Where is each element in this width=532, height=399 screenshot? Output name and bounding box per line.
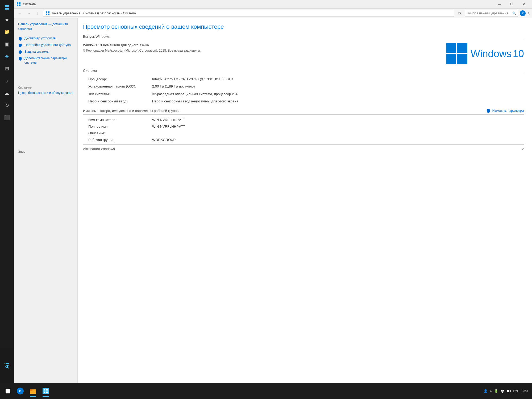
workgroup-row: Рабочая группа: WORKGROUP — [83, 138, 524, 142]
start-icon-left[interactable] — [2, 2, 12, 13]
breadcrumb-part3[interactable]: Система — [123, 11, 136, 15]
sidebar-item-protection[interactable]: Защита системы — [14, 49, 77, 55]
breadcrumb-part2[interactable]: Система и безопасность — [83, 11, 120, 15]
app1-icon[interactable]: ▣ — [2, 39, 12, 49]
cloud-icon[interactable]: ☁ — [2, 88, 12, 98]
svg-rect-7 — [19, 5, 20, 6]
workgroup-value: WORKGROUP — [152, 138, 524, 142]
breadcrumb-sep2: › — [121, 11, 122, 15]
sidebar-item-device-manager-label: Диспетчер устройств — [24, 36, 56, 41]
search-box: 🔍 — [465, 10, 518, 17]
music-icon[interactable]: ♪ — [2, 76, 12, 86]
win10-text: 10 — [513, 48, 524, 59]
description-row: Описание: — [83, 131, 524, 135]
full-name-label: Полное имя: — [88, 124, 152, 128]
up-button[interactable]: ↑ — [34, 10, 41, 17]
taskbar-volume[interactable] — [507, 389, 511, 393]
svg-point-29 — [502, 392, 503, 393]
main-panel: Просмотр основных сведений о вашем компь… — [78, 18, 532, 383]
workgroup-label: Рабочая группа: — [88, 138, 152, 142]
taskbar-time[interactable]: 23:0 — [522, 389, 528, 393]
arrow-icon[interactable]: ↻ — [2, 100, 12, 111]
help-button[interactable]: ? — [520, 10, 526, 16]
taskbar-network[interactable] — [500, 389, 505, 393]
activation-section: Активация Windows ∨ — [83, 144, 524, 151]
svg-rect-19 — [8, 391, 10, 393]
taskbar-edge[interactable]: e — [14, 385, 27, 397]
svg-rect-12 — [446, 43, 456, 53]
taskbar-battery[interactable]: 🔋 — [494, 389, 498, 393]
app3-icon[interactable]: ⊞ — [2, 63, 12, 74]
expand-button[interactable]: ∧ — [527, 11, 530, 15]
pen-value: Перо и сенсорный ввод недоступны для это… — [152, 99, 524, 103]
svg-rect-5 — [19, 2, 20, 4]
processor-label: Процессор: — [88, 77, 152, 81]
minimize-button[interactable]: — — [493, 0, 505, 9]
titlebar: Система — ☐ ✕ — [14, 0, 532, 9]
taskbar: e 👤 ∧ 🔋 — [0, 383, 532, 399]
app2-icon[interactable]: ◈ — [2, 51, 12, 62]
start-button[interactable] — [2, 385, 14, 397]
sidebar-item-protection-label: Защита системы — [24, 50, 49, 54]
window-title: Система — [23, 2, 493, 6]
svg-rect-28 — [46, 392, 48, 393]
svg-rect-6 — [17, 5, 18, 6]
close-button[interactable]: ✕ — [518, 0, 530, 9]
folder-icon-left[interactable]: 📁 — [2, 27, 12, 37]
win-info: Windows 10 Домашняя для одного языка © К… — [83, 43, 441, 53]
svg-marker-30 — [507, 389, 509, 393]
taskbar-explorer[interactable] — [27, 385, 39, 397]
svg-rect-17 — [8, 389, 10, 391]
svg-rect-14 — [446, 54, 456, 64]
taskbar-chevron[interactable]: ∧ — [490, 389, 492, 393]
star-icon[interactable]: ★ — [2, 14, 12, 25]
svg-rect-15 — [457, 54, 467, 64]
taskbar-user-icon[interactable]: 👤 — [484, 389, 488, 393]
taskbar-systemapp[interactable] — [39, 385, 52, 397]
refresh-button[interactable]: ↻ — [456, 10, 463, 17]
elem-label: Элем — [14, 149, 77, 154]
sidebar-item-advanced[interactable]: Дополнительные параметры системы — [14, 55, 77, 66]
addressbar: ← → ↑ Панель управления › Система и безо… — [14, 9, 532, 18]
svg-rect-27 — [44, 392, 45, 393]
left-sidebar-strip: ★ 📁 ▣ ◈ ⊞ ♪ ☁ ↻ ⬛ — [0, 0, 14, 399]
sidebar-security-center-link[interactable]: Центр безопасности и обслуживания — [14, 90, 77, 96]
change-params-button[interactable]: Изменить параметры — [486, 109, 524, 113]
maximize-button[interactable]: ☐ — [505, 0, 518, 9]
windows-section: Windows 10 Домашняя для одного языка © К… — [83, 43, 524, 64]
svg-rect-18 — [6, 391, 8, 393]
svg-rect-3 — [7, 8, 9, 10]
sidebar-item-device-manager[interactable]: Диспетчер устройств — [14, 35, 77, 42]
system-type-row: Тип системы: 32-разрядная операционная с… — [83, 92, 524, 96]
taskbar-underline-explorer — [30, 396, 36, 397]
breadcrumb[interactable]: Панель управления › Система и безопаснос… — [43, 10, 454, 17]
app4-icon[interactable]: ⬛ — [2, 112, 12, 123]
edge-icon: e — [16, 387, 24, 395]
change-params-label: Изменить параметры — [492, 109, 524, 113]
svg-rect-2 — [5, 8, 7, 10]
page-title: Просмотр основных сведений о вашем компь… — [83, 23, 524, 30]
computer-name-row: Имя компьютера: WIN-NVRFLHHPVTT — [83, 118, 524, 122]
svg-rect-9 — [48, 11, 49, 13]
computer-name-section: Имя компьютера, имя домена и параметры р… — [83, 109, 524, 115]
processor-row: Процессор: Intel(R) Atom(TM) CPU Z3740 @… — [83, 77, 524, 81]
ai-label: Ai — [3, 363, 10, 369]
sidebar-home-link[interactable]: Панель управления — домашняя страница — [14, 21, 77, 32]
sidebar-item-remote[interactable]: Настройка удаленного доступа — [14, 42, 77, 49]
computer-name-label: Имя компьютера: — [88, 118, 152, 122]
search-input[interactable] — [467, 11, 512, 15]
forward-button: → — [25, 10, 32, 17]
full-name-row: Полное имя: WIN-NVRFLHHPVTT — [83, 124, 524, 128]
windows-logo: Windows 10 — [446, 43, 524, 64]
svg-rect-0 — [5, 5, 7, 7]
ram-row: Установленная память (ОЗУ): 2,00 ГБ (1,8… — [83, 84, 524, 89]
sidebar: Панель управления — домашняя страница Ди… — [14, 18, 78, 383]
svg-rect-4 — [17, 2, 18, 4]
svg-rect-24 — [43, 388, 49, 394]
breadcrumb-part1[interactable]: Панель управления — [51, 11, 80, 15]
taskbar-language[interactable]: РУС — [513, 389, 519, 393]
computer-name-section-title: Имя компьютера, имя домена и параметры р… — [83, 109, 179, 113]
scroll-down-icon[interactable]: ∨ — [521, 147, 524, 151]
windows-text: Windows — [471, 48, 512, 59]
window-icon — [16, 2, 21, 6]
